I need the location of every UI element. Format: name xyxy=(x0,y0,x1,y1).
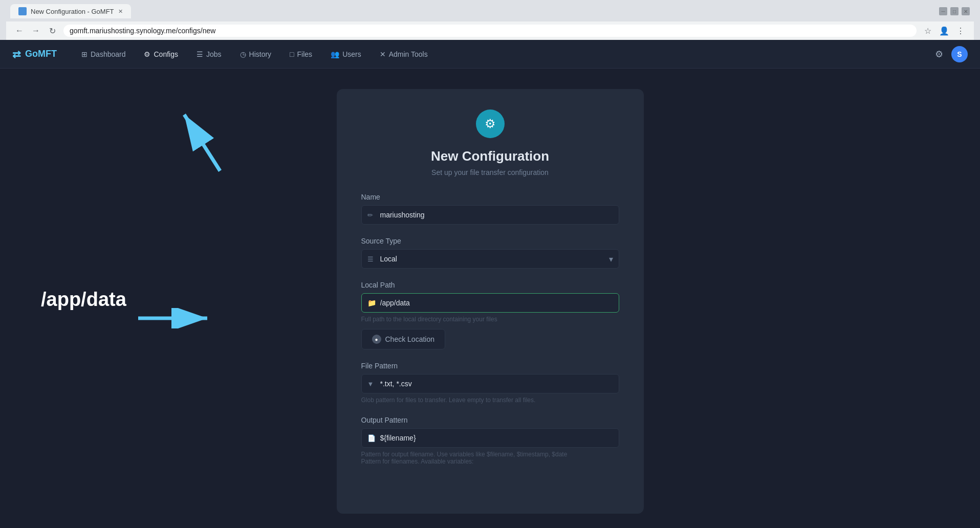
output-pattern-label: Output Pattern xyxy=(361,416,619,424)
browser-chrome: New Configuration - GoMFT ✕ ─ □ ✕ ← → ↻ … xyxy=(0,0,980,40)
address-bar-input[interactable] xyxy=(63,25,917,37)
bookmark-button[interactable]: ☆ xyxy=(921,24,935,38)
check-location-button[interactable]: ● Check Location xyxy=(361,329,446,349)
tab-favicon xyxy=(18,7,27,15)
tab-title: New Configuration - GoMFT xyxy=(31,8,114,15)
name-field-icon: ✏ xyxy=(367,211,373,219)
nav-item-files[interactable]: □ Files xyxy=(281,46,320,62)
svg-line-1 xyxy=(184,115,220,171)
nav-item-jobs[interactable]: ☰ Jobs xyxy=(188,46,230,62)
source-type-select[interactable]: Local SFTP FTP S3 xyxy=(361,249,619,269)
history-icon: ◷ xyxy=(240,50,246,58)
jobs-icon: ☰ xyxy=(197,50,203,58)
local-path-group: Local Path 📁 Full path to the local dire… xyxy=(361,281,619,349)
local-path-hint: Full path to the local directory contain… xyxy=(361,316,619,323)
local-path-wrapper: 📁 xyxy=(361,293,619,313)
user-avatar[interactable]: S xyxy=(951,46,968,62)
file-pattern-label: File Pattern xyxy=(361,362,619,370)
output-pattern-input[interactable] xyxy=(361,428,619,448)
form-card: ⚙ New Configuration Set up your file tra… xyxy=(337,89,644,514)
file-pattern-input[interactable] xyxy=(361,374,619,393)
folder-icon: 📁 xyxy=(367,299,376,307)
files-icon: □ xyxy=(290,50,294,58)
logo[interactable]: ⇄ GoMFT xyxy=(12,48,57,60)
browser-address-bar: ← → ↻ ☆ 👤 ⋮ xyxy=(6,21,974,40)
local-path-label: Local Path xyxy=(361,281,619,289)
output-pattern-group: Output Pattern 📄 Pattern for output file… xyxy=(361,416,619,465)
file-pattern-group: File Pattern ▼ Glob pattern for files to… xyxy=(361,362,619,404)
reload-button[interactable]: ↻ xyxy=(45,24,59,38)
filter-icon: ▼ xyxy=(367,380,374,388)
logo-icon: ⇄ xyxy=(12,48,21,60)
nav-label-users: Users xyxy=(342,50,361,58)
forward-button[interactable]: → xyxy=(29,24,43,38)
browser-tab[interactable]: New Configuration - GoMFT ✕ xyxy=(10,4,131,18)
extensions-button[interactable]: ⋮ xyxy=(953,24,968,38)
nav-right: ⚙ S xyxy=(935,46,968,62)
nav-item-admin-tools[interactable]: ✕ Admin Tools xyxy=(372,46,436,62)
logo-text: GoMFT xyxy=(25,49,57,59)
nav-label-files: Files xyxy=(297,50,313,58)
annotation-path-text: /app/data xyxy=(41,289,126,311)
check-location-label: Check Location xyxy=(385,335,435,343)
output-pattern-wrapper: 📄 xyxy=(361,428,619,448)
name-input-wrapper: ✏ xyxy=(361,205,619,225)
source-type-wrapper: ☰ Local SFTP FTP S3 ▾ xyxy=(361,249,619,269)
arrow-to-configs xyxy=(169,99,251,183)
output-pattern-icon: 📄 xyxy=(367,434,376,442)
form-header: ⚙ New Configuration Set up your file tra… xyxy=(361,109,619,177)
browser-nav-buttons: ← → ↻ xyxy=(12,24,59,38)
window-minimize-button[interactable]: ─ xyxy=(939,7,947,15)
source-type-group: Source Type ☰ Local SFTP FTP S3 ▾ xyxy=(361,237,619,269)
browser-title-bar: New Configuration - GoMFT ✕ ─ □ ✕ xyxy=(6,4,974,18)
configs-icon: ⚙ xyxy=(144,50,150,58)
nav-label-history: History xyxy=(249,50,272,58)
file-pattern-wrapper: ▼ xyxy=(361,374,619,393)
nav-item-history[interactable]: ◷ History xyxy=(232,46,280,62)
window-close-button[interactable]: ✕ xyxy=(962,7,970,15)
form-header-icon: ⚙ xyxy=(476,109,505,138)
check-location-icon: ● xyxy=(372,335,381,344)
dashboard-icon: ⊞ xyxy=(81,50,88,58)
window-restore-button[interactable]: □ xyxy=(950,7,959,15)
nav-label-dashboard: Dashboard xyxy=(91,50,126,58)
name-group: Name ✏ xyxy=(361,193,619,225)
main-content: /app/data ⚙ New Configuration xyxy=(0,69,980,528)
source-type-icon: ☰ xyxy=(367,255,374,263)
name-input[interactable] xyxy=(361,205,619,225)
app-navbar: ⇄ GoMFT ⊞ Dashboard ⚙ Configs ☰ Jobs ◷ H… xyxy=(0,40,980,69)
settings-icon[interactable]: ⚙ xyxy=(935,49,943,60)
local-path-input[interactable] xyxy=(361,293,619,313)
users-icon: 👥 xyxy=(331,50,339,58)
admin-tools-icon: ✕ xyxy=(380,50,386,58)
arrow-to-local-path xyxy=(133,308,215,331)
nav-item-configs[interactable]: ⚙ Configs xyxy=(136,46,186,62)
back-button[interactable]: ← xyxy=(12,24,27,38)
name-label: Name xyxy=(361,193,619,201)
browser-actions: ☆ 👤 ⋮ xyxy=(921,24,968,38)
nav-label-configs: Configs xyxy=(154,50,178,58)
nav-label-admin-tools: Admin Tools xyxy=(389,50,428,58)
nav-item-users[interactable]: 👥 Users xyxy=(322,46,369,62)
nav-items: ⊞ Dashboard ⚙ Configs ☰ Jobs ◷ History □… xyxy=(73,46,935,62)
nav-item-dashboard[interactable]: ⊞ Dashboard xyxy=(73,46,134,62)
file-pattern-hint: Glob pattern for files to transfer. Leav… xyxy=(361,397,619,404)
form-title: New Configuration xyxy=(361,148,619,164)
source-type-label: Source Type xyxy=(361,237,619,245)
profile-button[interactable]: 👤 xyxy=(937,24,951,38)
form-subtitle: Set up your file transfer configuration xyxy=(361,168,619,177)
output-pattern-hint: Pattern for output filename. Use variabl… xyxy=(361,451,619,465)
tab-close-button[interactable]: ✕ xyxy=(118,8,123,15)
nav-label-jobs: Jobs xyxy=(206,50,222,58)
